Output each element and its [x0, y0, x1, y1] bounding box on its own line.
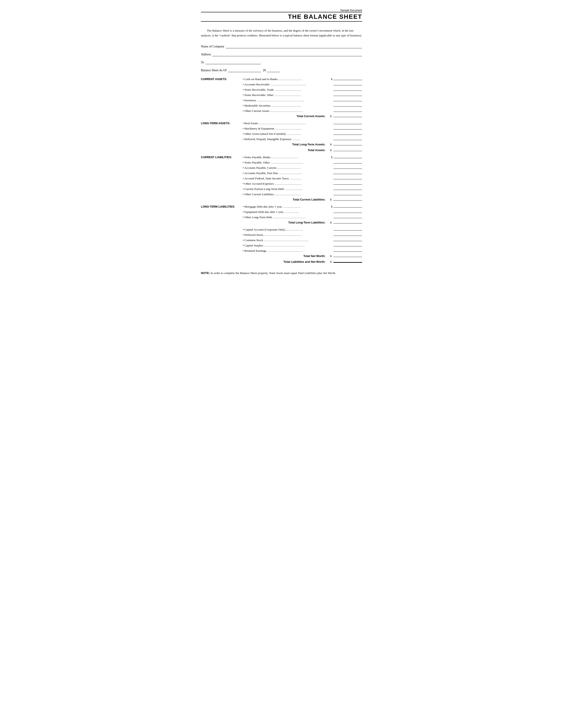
deferred-line[interactable] [334, 137, 362, 140]
address-underline[interactable] [212, 52, 362, 56]
marketable-securities-item: • Marketable Securities ………………………… [242, 104, 328, 107]
marketable-securities-row: • Marketable Securities ………………………… [201, 103, 362, 108]
inventory-item: • Inventory ………………………………………… [242, 99, 328, 102]
marketable-line[interactable] [334, 103, 362, 107]
common-stock-row: • Common Stock ……………………………………… [201, 238, 362, 242]
cash-line[interactable] [334, 77, 362, 80]
total-current-assets-row: Total Current Assets: $ [201, 114, 362, 118]
appd-line[interactable] [334, 171, 362, 174]
total-long-term-assets-row: Total Long-Term Assets: $ [201, 142, 362, 147]
total-assets-dollar: $ [327, 148, 332, 152]
cash-dollar: $ [328, 77, 333, 81]
total-ltl-dollar: $ [327, 221, 332, 224]
real-estate-item: • Real Estate………………………………………… [242, 122, 328, 125]
capital-surplus-item: • Capital Surplus…………………………………… [242, 244, 328, 247]
company-underline[interactable] [226, 44, 362, 48]
year-underline[interactable] [267, 68, 280, 72]
notes-other-line[interactable] [334, 92, 362, 96]
total-cl-line[interactable] [334, 197, 362, 201]
company-label: Name of Company [201, 45, 224, 48]
total-current-liabilities-row: Total Current Liabilities: $ [201, 197, 362, 202]
real-estate-line[interactable] [334, 121, 362, 124]
to-label: To [201, 61, 204, 64]
other-accrued-item: • Other Accrued Expenses ……………………… [242, 182, 328, 186]
accrued-taxes-line[interactable] [334, 176, 362, 179]
equipment-debt-item: • Equipment Debt due after 1 year …………… [242, 210, 328, 214]
total-ltl-line[interactable] [334, 220, 362, 223]
common-stock-line[interactable] [334, 238, 362, 241]
other-current-line[interactable] [334, 108, 362, 112]
ocl-line[interactable] [334, 192, 362, 195]
notes-payable-other-item: • Notes Payable, Other …………………………… [242, 161, 328, 164]
retained-earnings-line[interactable] [334, 248, 362, 252]
balance-as-of-label: Balance Sheet As Of [201, 69, 226, 72]
long-term-liabilities-label: LONG-TERM LIABILITIES: [201, 205, 242, 208]
total-lnw-line[interactable] [334, 259, 362, 263]
cash-item: • Cash on Hand and in Banks …………………… [242, 77, 328, 81]
total-ltl-label: Total Long-Term Liabilities: [242, 221, 327, 224]
ap-past-due-item: • Accounts Payable, Past Due…………………… [242, 171, 328, 175]
page-title: THE BALANCE SHEET [201, 13, 362, 20]
preferred-stock-row: • Preferred Stock………………………………… [201, 232, 362, 237]
equipment-debt-line[interactable] [334, 209, 362, 213]
total-cl-label: Total Current Liabilities: [242, 198, 327, 201]
ap-current-item: • Accounts Payable, Current …………………… [242, 166, 328, 170]
other-current-assets-row: • Other Current Assets …………………………… [201, 108, 362, 113]
other-ltd-item: • Other Long-Term Debt …………………………… [242, 216, 328, 219]
form-fields: Name of Company Address To Balance Sheet… [201, 44, 362, 72]
accounts-receivable-item: • Accounts Receivable ……………………………… [242, 83, 328, 86]
long-term-assets-label: LONG-TERM ASSETS: [201, 121, 242, 125]
other-current-item: • Other Current Assets …………………………… [242, 109, 328, 113]
capital-account-line[interactable] [334, 227, 362, 231]
other-assets-row: • Other Assets (attach list if needed) …… [201, 131, 362, 136]
notes-trade-item: • Notes Receivable, Trade ……………………… [242, 88, 328, 92]
ar-line[interactable] [334, 82, 362, 85]
total-cl-dollar: $ [327, 198, 332, 201]
note-section: NOTE: In order to complete the Balance S… [201, 271, 362, 276]
total-ca-dollar: $ [327, 114, 332, 118]
company-field-row: Name of Company [201, 44, 362, 48]
note-label: NOTE: [201, 271, 210, 275]
accounts-payable-current-row: • Accounts Payable, Current …………………… [201, 165, 362, 170]
total-ca-line[interactable] [334, 114, 362, 117]
cpltd-line[interactable] [334, 186, 362, 190]
other-assets-line[interactable] [334, 131, 362, 135]
other-cl-item: • Other Current Liabilities ……………………… [242, 193, 328, 196]
accounts-receivable-row: • Accounts Receivable ……………………………… [201, 82, 362, 87]
notes-trade-line[interactable] [334, 87, 362, 91]
capital-surplus-line[interactable] [334, 243, 362, 246]
machinery-item: • Machinery & Equipment ……………………… [242, 127, 328, 130]
other-ltd-row: • Other Long-Term Debt …………………………… [201, 215, 362, 220]
mortgage-line[interactable] [334, 204, 362, 208]
npo-line[interactable] [334, 160, 362, 163]
other-ltd-line[interactable] [334, 215, 362, 218]
total-assets-line[interactable] [334, 148, 362, 151]
total-nw-line[interactable] [334, 253, 362, 257]
deferred-item: • Deferred, Prepaid, Intangible Expenses… [242, 137, 328, 141]
total-nw-dollar: $ [327, 254, 332, 258]
date-field-row: Balance Sheet As Of 20 [201, 68, 362, 72]
other-assets-item: • Other Assets (attach list if needed) …… [242, 132, 328, 136]
notes-payable-banks-item: • Notes Payable, Banks……………………… [242, 156, 328, 159]
total-lnw-label: Total Liabilities and Net Worth: [242, 260, 327, 263]
preferred-stock-line[interactable] [334, 232, 362, 236]
total-lta-line[interactable] [334, 142, 362, 145]
retained-earnings-item: • Retained Earnings ……………………………… [242, 249, 328, 253]
note-text: In order to complete the Balance Sheet p… [211, 271, 336, 275]
total-assets-label: Total Assets: [242, 148, 327, 152]
mortgage-dollar: $ [328, 205, 333, 208]
total-lta-label: Total Long-Term Assets: [242, 143, 327, 146]
accrued-taxes-item: • Accrued Federal, State Income Taxes ……… [242, 177, 328, 180]
to-underline[interactable] [205, 60, 261, 64]
total-liabilities-net-worth-row: Total Liabilities and Net Worth: $ [201, 259, 362, 264]
date-underline[interactable] [228, 68, 261, 72]
machinery-line[interactable] [334, 126, 362, 129]
inventory-line[interactable] [334, 98, 362, 101]
npb-line[interactable] [334, 155, 362, 158]
long-term-liabilities-header-row: LONG-TERM LIABILITIES: • Mortgage Debt d… [201, 204, 362, 209]
year-label: 20 [263, 69, 266, 72]
other-accrued-line[interactable] [334, 181, 362, 185]
deferred-row: • Deferred, Prepaid, Intangible Expenses… [201, 137, 362, 141]
notes-receivable-other-row: • Notes Receivable, Other ……………………… [201, 92, 362, 97]
apc-line[interactable] [334, 165, 362, 169]
